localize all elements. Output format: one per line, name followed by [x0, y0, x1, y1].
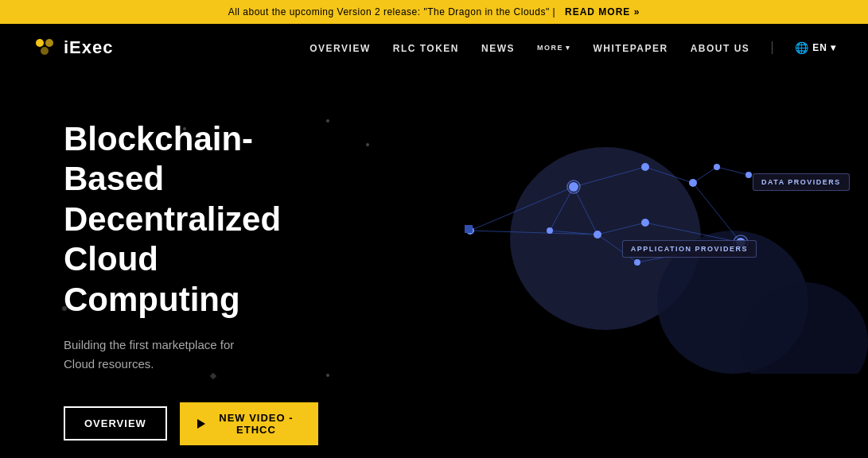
main-nav: iExec OVERVIEW RLC TOKEN NEWS MORE ▾ WHI…	[0, 24, 868, 72]
play-icon	[197, 419, 205, 429]
svg-point-21	[569, 182, 578, 192]
svg-line-16	[717, 167, 749, 175]
nav-item-rlc[interactable]: RLC TOKEN	[393, 41, 459, 55]
svg-point-23	[547, 227, 553, 234]
banner-cta[interactable]: READ MORE »	[565, 6, 640, 17]
hero-section: Blockchain-Based Decentralized Cloud Com…	[0, 72, 868, 458]
nav-item-more[interactable]: MORE ▾	[537, 44, 571, 52]
svg-point-22	[594, 231, 601, 239]
logo-text: iExec	[64, 37, 114, 58]
logo-icon	[32, 35, 57, 60]
svg-point-24	[641, 163, 649, 171]
lang-chevron-icon: ▾	[831, 42, 836, 53]
data-providers-badge: DATA PROVIDERS	[753, 173, 850, 191]
globe-icon: 🌐	[795, 41, 809, 54]
svg-point-2	[41, 47, 49, 55]
nav-links: OVERVIEW RLC TOKEN NEWS MORE ▾ WHITEPAPE…	[309, 41, 836, 55]
svg-point-26	[634, 259, 640, 266]
nav-item-overview[interactable]: OVERVIEW	[309, 41, 370, 55]
hero-visual: DATA PROVIDERS SERVER PROVIDERS APPLICAT…	[359, 72, 868, 374]
svg-line-15	[693, 167, 717, 183]
svg-point-28	[714, 164, 720, 170]
svg-point-27	[689, 179, 697, 187]
overview-button[interactable]: OVERVIEW	[64, 406, 167, 441]
hero-subtitle: Building the first marketplace forCloud …	[64, 336, 318, 374]
announcement-banner: All about the upcoming Version 2 release…	[0, 0, 868, 24]
hero-content: Blockchain-Based Decentralized Cloud Com…	[0, 72, 382, 458]
logo[interactable]: iExec	[32, 35, 114, 60]
banner-separator: |	[553, 6, 556, 17]
network-diagram	[359, 72, 868, 374]
nav-divider	[772, 41, 773, 54]
app-providers-badge: APPLICATION PROVIDERS	[622, 240, 757, 258]
nav-item-news[interactable]: NEWS	[481, 41, 515, 55]
nav-item-about[interactable]: ABOUT US	[691, 41, 750, 55]
video-button[interactable]: NEW VIDEO - ETHCC	[180, 402, 318, 445]
svg-rect-33	[465, 225, 473, 233]
hero-buttons: OVERVIEW NEW VIDEO - ETHCC	[64, 402, 318, 445]
nav-lang-switcher[interactable]: 🌐 EN ▾	[795, 41, 836, 54]
nav-item-whitepaper[interactable]: WHITEPAPER	[594, 41, 668, 55]
svg-point-29	[745, 172, 752, 178]
lang-label: EN	[812, 42, 827, 53]
svg-point-25	[641, 219, 649, 227]
svg-point-0	[36, 39, 44, 47]
svg-point-1	[45, 39, 53, 47]
banner-text: All about the upcoming Version 2 release…	[228, 6, 550, 17]
hero-title: Blockchain-Based Decentralized Cloud Com…	[64, 119, 318, 320]
dropdown-arrow-icon: ▾	[566, 44, 571, 52]
